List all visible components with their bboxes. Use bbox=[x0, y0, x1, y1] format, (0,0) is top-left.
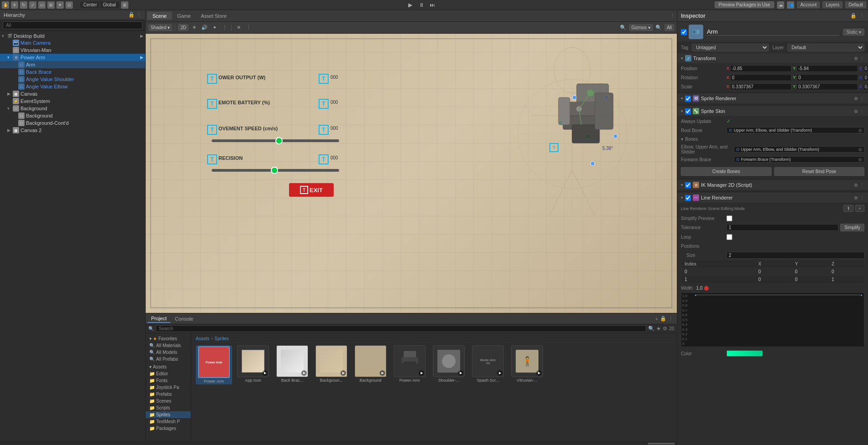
line-renderer-enabled[interactable] bbox=[685, 195, 691, 201]
tree-item-back-brace[interactable]: □ Back Brace bbox=[0, 68, 145, 76]
tolerance-input[interactable] bbox=[726, 224, 838, 231]
sidebar-sprites[interactable]: 📁 Sprites bbox=[146, 411, 191, 418]
exit-button[interactable]: T EXIT bbox=[289, 183, 334, 197]
shading-dropdown[interactable]: Shaded ▾ bbox=[148, 24, 172, 31]
layers-dropdown[interactable]: Layers bbox=[822, 1, 843, 8]
scene-search-icon[interactable]: 🔍 bbox=[655, 24, 663, 32]
asset-app-icon[interactable]: ▶ App Icon bbox=[235, 345, 271, 384]
tool-rotate-icon[interactable]: ↻ bbox=[20, 1, 27, 9]
asset-background2[interactable]: ▶ Background bbox=[352, 345, 389, 384]
gizmos-search-icon[interactable]: 🔍 bbox=[619, 24, 627, 32]
tree-item-main-camera[interactable]: 📷 Main Camera bbox=[0, 39, 145, 46]
bone-forearm-circle[interactable]: ◎ bbox=[858, 157, 862, 162]
fx-icon[interactable]: ✦ bbox=[210, 24, 218, 32]
hierarchy-menu-icon[interactable]: ⋮ bbox=[137, 12, 142, 18]
tree-item-canvas2[interactable]: ▶ ▦ Canvas 2 bbox=[0, 127, 145, 134]
proj-lock-icon[interactable]: 🔒 bbox=[660, 316, 666, 322]
asset-power-arm-selected[interactable]: Power Arm Power Arm bbox=[196, 345, 232, 384]
scene-view[interactable]: T OWER OUTPUT (W) T 000 T EMOTE BATTERY … bbox=[146, 34, 677, 313]
sprite-skin-enabled[interactable] bbox=[685, 108, 691, 114]
obj-enabled-checkbox[interactable] bbox=[681, 29, 687, 35]
create-bones-button[interactable]: Create Bones bbox=[681, 167, 772, 176]
cloud-icon[interactable]: ☁ bbox=[777, 1, 784, 9]
line-renderer-settings[interactable]: ⚙ bbox=[854, 195, 858, 200]
lighting-icon[interactable]: ☀ bbox=[190, 24, 198, 32]
tool-custom-icon[interactable]: ✦ bbox=[56, 1, 64, 9]
proj-icon-b[interactable]: ★ bbox=[656, 326, 661, 332]
sidebar-all-materials[interactable]: 🔍 All Materials bbox=[146, 342, 191, 349]
size-input[interactable] bbox=[726, 252, 864, 259]
sprite-skin-header[interactable]: ▾ 🦴 Sprite Skin ⚙ ⋮ bbox=[677, 106, 868, 117]
scrollbar-thumb[interactable] bbox=[648, 443, 675, 445]
color-picker[interactable] bbox=[726, 350, 763, 357]
rotation-x-input[interactable] bbox=[730, 74, 792, 81]
sprite-renderer-enabled[interactable] bbox=[685, 96, 691, 102]
tree-item-background-contd[interactable]: □ Background-Cont'd bbox=[0, 119, 145, 127]
scene-more-icon[interactable]: ⋮ bbox=[244, 24, 253, 32]
tool-move-icon[interactable]: ✛ bbox=[11, 1, 18, 9]
all-dropdown[interactable]: All bbox=[665, 24, 674, 31]
rotation-z-input[interactable] bbox=[863, 74, 868, 81]
pause-button[interactable]: ⏸ bbox=[417, 1, 426, 9]
tool-rect-icon[interactable]: ▭ bbox=[38, 1, 46, 9]
slider-handle-speed[interactable] bbox=[275, 137, 283, 144]
root-bone-value[interactable]: ⊙ Upper Arm, Elbow, and Slidder (Transfo… bbox=[726, 127, 864, 133]
global-label[interactable]: Global bbox=[102, 2, 117, 7]
lr-remove-point-btn[interactable]: + bbox=[855, 205, 864, 212]
position-z-input[interactable] bbox=[863, 65, 868, 72]
breadcrumb-sprites[interactable]: Sprites bbox=[214, 336, 228, 341]
tool-hand-icon[interactable]: ✋ bbox=[2, 1, 9, 9]
transform-component-header[interactable]: ▾ ⤢ Transform ⚙ ⋮ bbox=[677, 53, 868, 64]
tab-asset-store[interactable]: Asset Store bbox=[196, 12, 231, 20]
assets-arrow[interactable]: ▾ bbox=[149, 364, 152, 369]
power-arm-sprite-play[interactable]: ▶ bbox=[419, 370, 424, 376]
tree-item-angle-shoulder[interactable]: □ Angle Value Shoulder bbox=[0, 76, 145, 83]
tool-transform-icon[interactable]: ⊞ bbox=[47, 1, 55, 9]
bones-arrow[interactable]: ▾ bbox=[681, 137, 683, 142]
sidebar-scripts[interactable]: 📁 Scripts bbox=[146, 404, 191, 411]
account-dropdown[interactable]: Account bbox=[797, 1, 820, 8]
ik-manager-enabled[interactable] bbox=[685, 182, 691, 188]
tab-game[interactable]: Game bbox=[173, 12, 195, 20]
2d-toggle[interactable]: 2D bbox=[178, 24, 188, 31]
add-icon[interactable]: + bbox=[655, 316, 658, 322]
position-y-input[interactable] bbox=[797, 65, 858, 72]
sidebar-joystick[interactable]: 📁 Joystick Pa bbox=[146, 384, 191, 391]
asset-shoulder[interactable]: ▶ Shoulder-... bbox=[431, 345, 467, 384]
lr-add-point-btn[interactable]: ⬆ bbox=[843, 205, 853, 212]
line-renderer-more[interactable]: ⋮ bbox=[860, 195, 864, 200]
tool-scale-icon[interactable]: ⤢ bbox=[29, 1, 36, 9]
tab-console[interactable]: Console bbox=[171, 315, 197, 322]
back-brace-play[interactable]: ▶ bbox=[301, 370, 307, 376]
background-play[interactable]: ▶ bbox=[340, 370, 346, 376]
ik-manager-settings[interactable]: ⚙ bbox=[854, 183, 858, 188]
step-button[interactable]: ⏭ bbox=[428, 1, 437, 9]
tab-project[interactable]: Project bbox=[147, 315, 170, 323]
scene-panel-menu[interactable]: ⋮ bbox=[670, 13, 675, 19]
layer-dropdown[interactable]: Default bbox=[787, 44, 864, 51]
splash-play[interactable]: ▶ bbox=[497, 370, 503, 376]
sprite-renderer-more[interactable]: ⋮ bbox=[860, 96, 864, 101]
inspector-lock-icon[interactable]: 🔒 bbox=[850, 13, 857, 19]
position-x-input[interactable] bbox=[730, 65, 792, 72]
proj-icon-c[interactable]: ⚙ bbox=[663, 326, 667, 332]
simplify-button[interactable]: Simplify bbox=[840, 224, 864, 231]
proj-icon-a[interactable]: 🔍 bbox=[648, 326, 655, 332]
line-renderer-header[interactable]: ▾ 〰 Line Renderer ⚙ ⋮ bbox=[677, 193, 868, 203]
sidebar-all-models[interactable]: 🔍 All Models bbox=[146, 349, 191, 356]
simplify-preview-checkbox[interactable] bbox=[726, 215, 732, 221]
sidebar-packages[interactable]: 📁 Packages bbox=[146, 425, 191, 432]
audio-icon[interactable]: 🔊 bbox=[200, 24, 208, 32]
project-search-input[interactable] bbox=[156, 325, 646, 332]
scene-settings[interactable]: ⋮ bbox=[220, 24, 228, 32]
bone-forearm-value[interactable]: ⊙ Forearm Brace (Transform) ◎ bbox=[734, 156, 864, 163]
tree-item-arm[interactable]: □ Arm bbox=[0, 61, 145, 68]
inspector-menu-icon[interactable]: ⋮ bbox=[859, 13, 864, 19]
sidebar-scenes[interactable]: 📁 Scenes bbox=[146, 398, 191, 404]
bone-elbow-value[interactable]: ⊙ Upper Arm, Elbow, and Slidder (Transfo… bbox=[734, 146, 864, 153]
asset-splash[interactable]: Bionic Arm App ▶ Spash Scr... bbox=[470, 345, 506, 384]
reset-bind-pose-button[interactable]: Reset Bind Pose bbox=[774, 167, 865, 176]
shoulder-play[interactable]: ▶ bbox=[458, 370, 463, 376]
tree-item-scene[interactable]: ▾ 🎬 Desktop Build ▶ bbox=[0, 33, 145, 39]
tool-extra-icon[interactable]: ⊡ bbox=[66, 1, 73, 9]
